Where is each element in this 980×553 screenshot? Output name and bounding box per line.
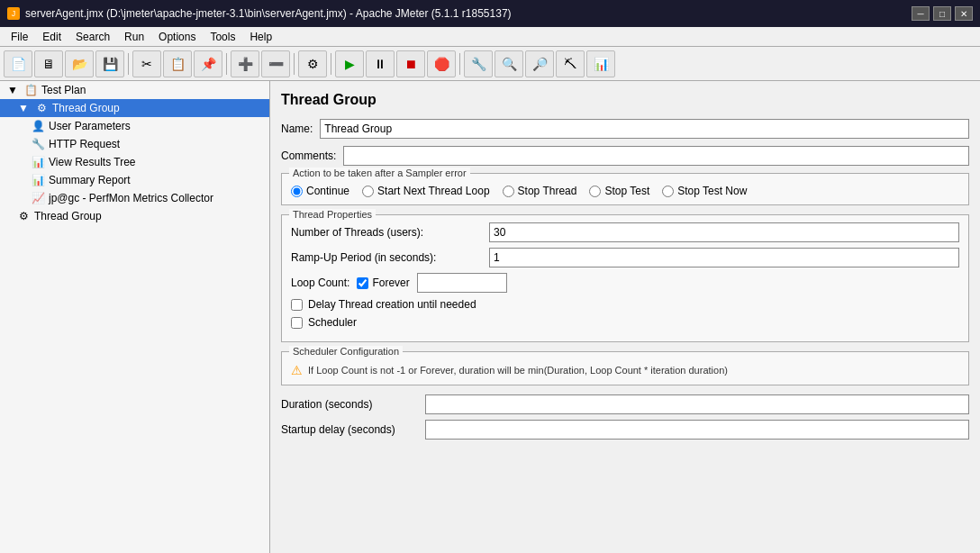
close-button[interactable]: ✕ <box>955 6 973 21</box>
scheduler-config-box: Scheduler Configuration ⚠ If Loop Count … <box>281 351 969 385</box>
scheduler-label: Scheduler <box>308 316 357 329</box>
settings-button[interactable]: ⚙ <box>298 50 327 77</box>
app-icon: J <box>7 7 20 20</box>
sampler-error-box: Action to be taken after a Sampler error… <box>281 173 969 205</box>
option-stop-thread[interactable]: Stop Thread <box>503 185 577 197</box>
title-text: serverAgent.jmx (D:\jmeter\apache-jmeter… <box>25 7 512 20</box>
menu-file[interactable]: File <box>4 29 35 45</box>
start-no-pause-button[interactable]: ⏸ <box>366 50 395 77</box>
num-threads-input[interactable] <box>489 222 959 242</box>
menu-help[interactable]: Help <box>242 29 279 45</box>
name-label: Name: <box>281 122 313 135</box>
debug-button[interactable]: ⛏ <box>556 50 585 77</box>
tools-button2[interactable]: 🔧 <box>464 50 493 77</box>
forever-label: Forever <box>372 276 409 289</box>
name-input[interactable] <box>320 119 969 139</box>
thread-props-title: Thread Properties <box>289 209 376 220</box>
menu-search[interactable]: Search <box>68 29 117 45</box>
scheduler-config-title: Scheduler Configuration <box>289 346 403 357</box>
tree-label-thread-group-1: Thread Group <box>52 102 120 114</box>
title-bar-controls: ─ □ ✕ <box>912 6 973 21</box>
duration-input[interactable] <box>425 394 969 414</box>
sep4 <box>331 53 331 75</box>
thread-properties-box: Thread Properties Number of Threads (use… <box>281 214 969 342</box>
sampler-error-options: Continue Start Next Thread Loop Stop Thr… <box>291 185 959 197</box>
panel-title: Thread Group <box>281 92 969 108</box>
new-button[interactable]: 📄 <box>4 50 32 77</box>
menu-tools[interactable]: Tools <box>203 29 242 45</box>
warning-text: If Loop Count is not -1 or Forever, dura… <box>308 365 728 376</box>
summary-report-icon: 📊 <box>31 174 45 186</box>
expand-icon: ▼ <box>5 84 20 96</box>
maximize-button[interactable]: □ <box>933 6 951 21</box>
forever-checkbox[interactable] <box>357 277 368 289</box>
menu-bar: File Edit Search Run Options Tools Help <box>0 27 980 47</box>
tree-item-perfmon[interactable]: 📈 jp@gc - PerfMon Metrics Collector <box>0 189 269 207</box>
duration-row: Duration (seconds) <box>281 394 969 414</box>
option-start-next-loop[interactable]: Start Next Thread Loop <box>362 185 490 197</box>
stop-button[interactable]: ⏹ <box>396 50 425 77</box>
tree-item-user-parameters[interactable]: 👤 User Parameters <box>0 117 269 135</box>
forever-checkbox-label[interactable]: Forever <box>357 276 409 289</box>
radio-stop-test-now[interactable] <box>662 186 674 197</box>
menu-options[interactable]: Options <box>151 29 203 45</box>
tree-item-thread-group-1[interactable]: ▼ ⚙ Thread Group <box>0 99 269 117</box>
title-bar: J serverAgent.jmx (D:\jmeter\apache-jmet… <box>0 0 980 27</box>
title-bar-left: J serverAgent.jmx (D:\jmeter\apache-jmet… <box>7 7 512 20</box>
radio-stop-thread[interactable] <box>503 186 514 197</box>
scheduler-checkbox[interactable] <box>291 317 303 329</box>
report-button[interactable]: 📊 <box>586 50 615 77</box>
tree-item-test-plan[interactable]: ▼ 📋 Test Plan <box>0 81 269 99</box>
label-stop-test-now: Stop Test Now <box>677 185 747 197</box>
minimize-button[interactable]: ─ <box>912 6 930 21</box>
main-layout: ▼ 📋 Test Plan ▼ ⚙ Thread Group 👤 User Pa… <box>0 81 980 553</box>
remove-button[interactable]: ➖ <box>261 50 290 77</box>
inspect-button[interactable]: 🔍 <box>495 50 523 77</box>
view-results-icon: 📊 <box>31 156 45 168</box>
warning-row: ⚠ If Loop Count is not -1 or Forever, du… <box>291 363 959 377</box>
open-button[interactable]: 📂 <box>65 50 94 77</box>
startup-delay-row: Startup delay (seconds) <box>281 420 969 440</box>
startup-delay-input[interactable] <box>425 420 969 440</box>
tree-item-thread-group-2[interactable]: ⚙ Thread Group <box>0 207 269 225</box>
http-request-icon: 🔧 <box>31 138 45 150</box>
warning-icon: ⚠ <box>291 363 303 377</box>
option-stop-test-now[interactable]: Stop Test Now <box>662 185 747 197</box>
menu-run[interactable]: Run <box>117 29 151 45</box>
tree-label-summary-report: Summary Report <box>49 174 131 186</box>
shutdown-button[interactable]: 🛑 <box>427 50 456 77</box>
comments-input[interactable] <box>343 146 969 166</box>
tree-label-test-plan: Test Plan <box>41 84 86 96</box>
copy-button[interactable]: 📋 <box>163 50 192 77</box>
start-button[interactable]: ▶ <box>335 50 364 77</box>
radio-start-next-loop[interactable] <box>362 186 374 197</box>
tree-panel: ▼ 📋 Test Plan ▼ ⚙ Thread Group 👤 User Pa… <box>0 81 270 553</box>
cut-button[interactable]: ✂ <box>132 50 161 77</box>
option-continue[interactable]: Continue <box>291 185 349 197</box>
radio-stop-test[interactable] <box>589 186 601 197</box>
scheduler-row: Scheduler <box>291 316 959 329</box>
add-button[interactable]: ➕ <box>231 50 259 77</box>
save-button[interactable]: 💾 <box>95 50 124 77</box>
tree-label-user-parameters: User Parameters <box>49 120 131 132</box>
search-button[interactable]: 🔎 <box>525 50 554 77</box>
sampler-error-title: Action to be taken after a Sampler error <box>289 168 470 178</box>
sep2 <box>226 53 227 75</box>
delay-thread-label: Delay Thread creation until needed <box>308 298 476 311</box>
tree-item-view-results-tree[interactable]: 📊 View Results Tree <box>0 153 269 171</box>
delay-thread-checkbox[interactable] <box>291 299 303 311</box>
option-stop-test[interactable]: Stop Test <box>589 185 649 197</box>
num-threads-label: Number of Threads (users): <box>291 226 489 239</box>
templates-button[interactable]: 🖥 <box>34 50 63 77</box>
paste-button[interactable]: 📌 <box>194 50 222 77</box>
loop-count-input[interactable] <box>417 273 507 293</box>
ramp-up-row: Ramp-Up Period (in seconds): <box>291 248 959 267</box>
radio-continue[interactable] <box>291 186 303 197</box>
comments-label: Comments: <box>281 150 336 162</box>
sep3 <box>294 53 295 75</box>
menu-edit[interactable]: Edit <box>35 29 68 45</box>
tree-item-summary-report[interactable]: 📊 Summary Report <box>0 171 269 189</box>
ramp-up-input[interactable] <box>489 248 959 267</box>
tree-item-http-request[interactable]: 🔧 HTTP Request <box>0 135 269 153</box>
name-field-row: Name: <box>281 119 969 139</box>
